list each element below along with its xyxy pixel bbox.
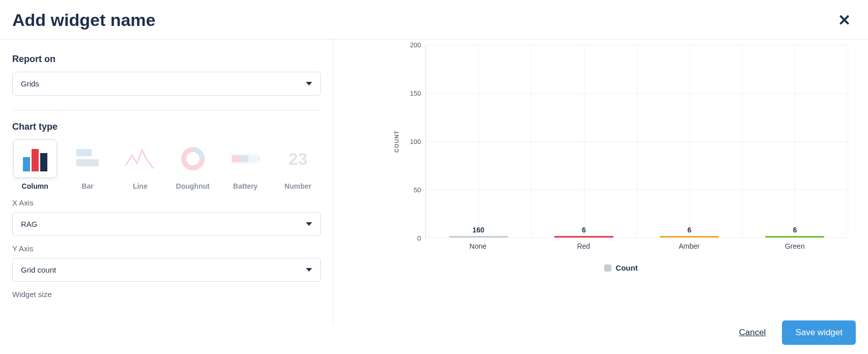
chart-type-battery-label: Battery <box>222 182 268 190</box>
column-chart-icon <box>13 139 57 178</box>
cancel-button[interactable]: Cancel <box>739 328 766 338</box>
chart-bar: 6 <box>637 236 742 238</box>
bar-value-label: 6 <box>687 226 691 234</box>
legend-text: Count <box>615 263 637 272</box>
chart-type-number[interactable]: 23 Number <box>275 139 321 190</box>
svg-rect-1 <box>32 149 39 171</box>
chart-area: COUNT 050100150200 160666 <box>395 45 848 238</box>
dialog-body: Report on Grids Chart type Column <box>0 40 868 324</box>
chart-bar: 160 <box>426 236 531 238</box>
dialog-footer: Cancel Save widget <box>739 320 856 345</box>
report-on-label: Report on <box>12 54 321 65</box>
x-axis-tick-label: Amber <box>636 242 742 250</box>
y-axis-label: Y Axis <box>12 244 321 253</box>
x-axis-labels: NoneRedAmberGreen <box>425 242 848 250</box>
svg-rect-7 <box>232 155 240 162</box>
legend-swatch <box>604 264 611 272</box>
divider <box>12 110 321 110</box>
svg-rect-2 <box>40 153 47 171</box>
y-axis-title: COUNT <box>394 130 400 153</box>
dialog-title: Add widget name <box>12 10 155 30</box>
doughnut-chart-icon <box>171 139 215 178</box>
report-on-value: Grids <box>21 79 39 88</box>
svg-rect-10 <box>258 157 260 161</box>
report-on-select[interactable]: Grids <box>12 72 321 96</box>
x-axis-tick-label: Red <box>531 242 637 250</box>
x-axis-tick-label: Green <box>742 242 848 250</box>
dialog-header: Add widget name ✕ <box>0 0 868 40</box>
chart-preview-panel: COUNT 050100150200 160666 NoneRedAmberGr… <box>333 40 868 324</box>
x-axis-select[interactable]: RAG <box>12 212 321 236</box>
widget-size-label: Widget size <box>12 290 321 299</box>
chart-type-number-label: Number <box>275 182 321 190</box>
config-panel: Report on Grids Chart type Column <box>0 40 333 324</box>
chevron-down-icon <box>306 82 312 85</box>
chart-legend: Count <box>395 263 848 272</box>
x-axis-value: RAG <box>21 220 38 228</box>
bar-value-label: 6 <box>793 226 797 234</box>
bar-value-label: 6 <box>582 226 586 234</box>
bar-value-label: 160 <box>472 226 484 234</box>
x-axis-label: X Axis <box>12 198 321 207</box>
chart-type-column[interactable]: Column <box>12 139 58 190</box>
chart-type-bar[interactable]: Bar <box>65 139 110 190</box>
y-axis-value: Grid count <box>21 266 56 274</box>
chart-type-doughnut-label: Doughnut <box>170 182 215 190</box>
close-icon[interactable]: ✕ <box>838 11 856 29</box>
svg-rect-9 <box>248 155 257 162</box>
svg-rect-4 <box>76 159 99 166</box>
chart-type-battery[interactable]: Battery <box>222 139 268 190</box>
chart-type-bar-label: Bar <box>65 182 110 190</box>
number-chart-icon: 23 <box>276 139 320 178</box>
chart-type-column-label: Column <box>12 182 58 190</box>
bar-chart-icon <box>66 139 109 178</box>
chevron-down-icon <box>306 222 312 226</box>
svg-rect-0 <box>23 157 30 171</box>
line-chart-icon <box>118 139 162 178</box>
y-axis: COUNT 050100150200 <box>395 45 425 238</box>
chart-type-line-label: Line <box>118 182 163 190</box>
chart-type-options: Column Bar Line <box>12 139 321 190</box>
chart-type-line[interactable]: Line <box>118 139 163 190</box>
chart-plot: 160666 <box>425 45 848 238</box>
save-widget-button[interactable]: Save widget <box>782 320 856 345</box>
y-axis-select[interactable]: Grid count <box>12 258 321 282</box>
svg-rect-8 <box>240 155 248 162</box>
battery-chart-icon <box>223 139 267 178</box>
chart-type-label: Chart type <box>12 122 321 132</box>
chart-bar: 6 <box>742 236 848 238</box>
chart-type-doughnut[interactable]: Doughnut <box>170 139 215 190</box>
chart-bar: 6 <box>531 236 636 238</box>
svg-rect-3 <box>76 149 92 156</box>
chevron-down-icon <box>306 268 312 272</box>
x-axis-tick-label: None <box>425 242 531 250</box>
